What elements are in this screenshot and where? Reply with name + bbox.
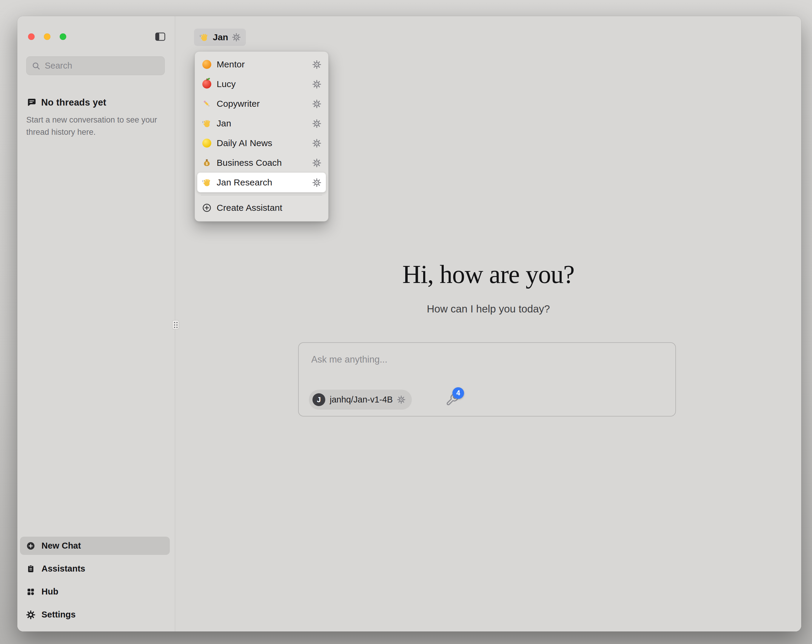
menu-item-jan[interactable]: Jan: [197, 114, 326, 133]
assistant-name: Jan Research: [217, 177, 307, 187]
waving-hand-icon: [202, 178, 212, 187]
menu-item-create-assistant[interactable]: Create Assistant: [197, 198, 326, 218]
menu-item-business-coach[interactable]: Business Coach: [197, 153, 326, 173]
hub-grid-icon: [26, 587, 35, 597]
money-bag-icon: [202, 158, 212, 167]
assistant-settings-gear-icon[interactable]: [313, 100, 321, 108]
sidebar-item-hub[interactable]: Hub: [20, 583, 170, 601]
sidebar: No threads yet Start a new conversation …: [17, 16, 175, 632]
tools-count-badge: 4: [452, 387, 464, 399]
nav-item-label: New Chat: [41, 541, 81, 551]
sidebar-toggle-button[interactable]: [154, 31, 166, 42]
model-avatar: J: [313, 393, 325, 406]
assistant-selector-button[interactable]: Jan: [194, 29, 246, 46]
menu-item-lucy[interactable]: Lucy: [197, 74, 326, 94]
tools-button[interactable]: 4: [446, 393, 459, 406]
current-assistant-name: Jan: [213, 32, 228, 42]
minimize-window-button[interactable]: [44, 33, 50, 40]
assistant-settings-gear-icon[interactable]: [232, 33, 241, 41]
assistant-name: Mentor: [217, 59, 307, 70]
sidebar-nav: New Chat Assistants Hub Settings: [20, 537, 170, 624]
menu-item-jan-research[interactable]: Jan Research: [197, 173, 326, 192]
nav-item-label: Hub: [41, 587, 58, 597]
assistant-settings-gear-icon[interactable]: [313, 80, 321, 88]
assistant-settings-gear-icon[interactable]: [313, 119, 321, 128]
waving-hand-icon: [199, 32, 209, 42]
greeting-title: Hi, how are you?: [176, 259, 801, 289]
assistant-name: Daily AI News: [217, 138, 307, 148]
assistant-name: Lucy: [217, 79, 307, 89]
menu-divider: [201, 195, 322, 195]
empty-state-description: Start a new conversation to see your thr…: [26, 114, 160, 138]
sidebar-toggle-icon: [155, 32, 165, 41]
assistants-icon: [26, 564, 35, 574]
plus-circle-outline-icon: [202, 203, 212, 213]
greeting: Hi, how are you? How can I help you toda…: [176, 259, 801, 315]
nav-item-label: Assistants: [41, 564, 85, 574]
menu-item-copywriter[interactable]: Copywriter: [197, 94, 326, 114]
app-window: No threads yet Start a new conversation …: [17, 16, 801, 632]
assistant-name: Copywriter: [217, 99, 307, 109]
create-assistant-label: Create Assistant: [217, 203, 321, 213]
threads-empty-state: No threads yet Start a new conversation …: [26, 97, 160, 138]
plus-circle-icon: [26, 541, 35, 551]
search-input[interactable]: [45, 61, 159, 71]
sidebar-item-new-chat[interactable]: New Chat: [20, 537, 170, 555]
sidebar-item-assistants[interactable]: Assistants: [20, 560, 170, 578]
yellow-circle-icon: [202, 139, 212, 148]
search-field[interactable]: [26, 56, 165, 75]
sidebar-resize-handle[interactable]: [172, 320, 179, 329]
empty-state-title: No threads yet: [41, 97, 106, 108]
chat-composer[interactable]: J janhq/Jan-v1-4B 4: [298, 342, 676, 417]
zoom-window-button[interactable]: [60, 33, 66, 40]
assistant-settings-gear-icon[interactable]: [313, 139, 321, 148]
close-window-button[interactable]: [28, 33, 35, 40]
search-icon: [32, 61, 41, 70]
menu-item-daily-ai-news[interactable]: Daily AI News: [197, 133, 326, 153]
greeting-subtitle: How can I help you today?: [176, 303, 801, 315]
menu-item-mentor[interactable]: Mentor: [197, 55, 326, 74]
red-apple-icon: [202, 79, 212, 89]
model-selector-button[interactable]: J janhq/Jan-v1-4B: [309, 390, 412, 410]
assistant-settings-gear-icon[interactable]: [313, 158, 321, 167]
waving-hand-icon: [202, 119, 212, 128]
orange-circle-icon: [202, 59, 212, 69]
assistant-name: Business Coach: [217, 158, 307, 168]
main-area: Jan Mentor Lucy Copywriter Ja: [176, 16, 801, 632]
model-settings-gear-icon[interactable]: [397, 396, 405, 404]
pencil-icon: [202, 99, 212, 108]
sidebar-item-settings[interactable]: Settings: [20, 606, 170, 624]
assistant-settings-gear-icon[interactable]: [313, 178, 321, 187]
assistant-settings-gear-icon[interactable]: [313, 60, 321, 69]
nav-item-label: Settings: [41, 610, 75, 620]
chat-input[interactable]: [311, 354, 663, 378]
chat-bubble-icon: [26, 97, 37, 108]
assistant-name: Jan: [217, 118, 307, 128]
assistant-dropdown-menu: Mentor Lucy Copywriter Jan Daily AI: [195, 51, 328, 222]
settings-gear-icon: [26, 610, 35, 620]
model-name: janhq/Jan-v1-4B: [330, 395, 393, 405]
traffic-lights: [28, 33, 66, 40]
